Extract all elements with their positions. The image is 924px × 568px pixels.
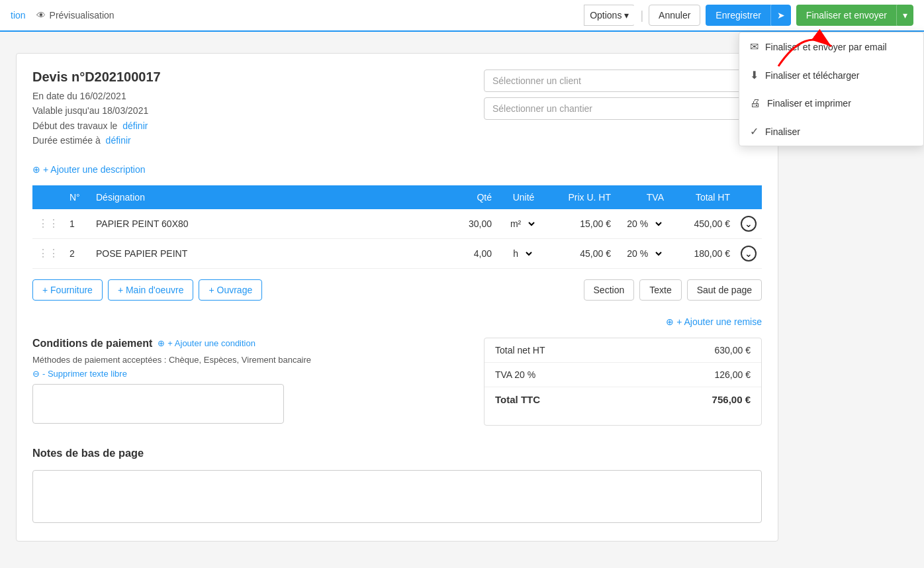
menu-item-download[interactable]: ⬇ Finaliser et télécharger <box>739 61 923 89</box>
document-duree: Durée estimée à définir <box>32 133 161 148</box>
document-card: Devis n°D202100017 En date du 16/02/2021… <box>16 53 778 542</box>
total-ttc-label: Total TTC <box>495 394 540 405</box>
row-num: 2 <box>64 238 91 268</box>
options-button[interactable]: Options ▾ <box>584 5 635 26</box>
topbar-actions: Options ▾ | Annuler Enregistrer ➤ Finali… <box>584 5 913 26</box>
arrow-icon: ➤ <box>777 10 785 21</box>
finaliser-dropdown-button[interactable]: ▾ <box>897 5 913 26</box>
drag-handle[interactable]: ⋮⋮ <box>32 209 64 239</box>
section-button[interactable]: Section <box>584 279 635 301</box>
chantier-select[interactable]: Sélectionner un chantier <box>484 97 762 120</box>
annuler-button[interactable]: Annuler <box>649 5 700 26</box>
conditions-title: Conditions de paiement ⊕ + Ajouter une c… <box>32 338 468 350</box>
fourniture-button[interactable]: + Fourniture <box>32 279 103 301</box>
row-action: ⌄ <box>735 238 762 268</box>
row-designation[interactable]: POSE PAPIER PEINT <box>91 238 444 268</box>
chantier-select-wrapper: Sélectionner un chantier <box>484 97 762 120</box>
total-net-ht-row: Total net HT 630,00 € <box>485 338 761 363</box>
options-group: Options ▾ <box>584 5 635 26</box>
row-prix[interactable]: 15,00 € <box>550 209 616 239</box>
chevron-down-icon: ⌄ <box>745 248 753 259</box>
bottom-section: Conditions de paiement ⊕ + Ajouter une c… <box>32 338 762 426</box>
plus-circle-icon: ⊕ <box>666 316 674 327</box>
drag-handle[interactable]: ⋮⋮ <box>32 238 64 268</box>
col-total: Total HT <box>669 185 735 209</box>
col-num: N° <box>64 185 91 209</box>
conditions-section: Conditions de paiement ⊕ + Ajouter une c… <box>32 338 468 426</box>
items-table: N° Désignation Qté Unité Prix U. HT TVA … <box>32 185 762 269</box>
menu-item-finalize[interactable]: ✓ Finaliser <box>739 117 923 146</box>
topbar: tion 👁 Prévisualisation Options ▾ | Annu… <box>0 0 924 32</box>
add-description-link[interactable]: ⊕ + Ajouter une description <box>32 164 762 175</box>
table-row: ⋮⋮ 1 PAPIER PEINT 60X80 30,00 m² ⇅ 15,00… <box>32 209 762 239</box>
client-select-wrapper: Sélectionner un client <box>484 70 762 92</box>
document-selectors: Sélectionner un client Sélectionner un c… <box>484 70 762 148</box>
table-body: ⋮⋮ 1 PAPIER PEINT 60X80 30,00 m² ⇅ 15,00… <box>32 209 762 269</box>
row-tva: 20 % ⇅ <box>616 209 669 239</box>
unite-select[interactable]: ⇅ <box>521 248 534 260</box>
saut-page-button[interactable]: Saut de page <box>687 279 762 301</box>
row-expand-button[interactable]: ⌄ <box>741 216 757 232</box>
row-total: 450,00 € <box>669 209 735 239</box>
plus-circle-icon: ⊕ <box>32 164 40 175</box>
row-designation[interactable]: PAPIER PEINT 60X80 <box>91 209 444 239</box>
row-qte[interactable]: 30,00 <box>444 209 497 239</box>
tva-row: TVA 20 % 126,00 € <box>485 363 761 387</box>
document-title: Devis n°D202100017 <box>32 70 161 85</box>
conditions-textarea[interactable] <box>32 384 284 424</box>
enregistrer-arrow-button[interactable]: ➤ <box>771 5 791 26</box>
enregistrer-button[interactable]: Enregistrer <box>706 5 770 26</box>
email-icon: ✉ <box>750 40 759 53</box>
payment-methods: Méthodes de paiement acceptées : Chèque,… <box>32 355 468 365</box>
client-select[interactable]: Sélectionner un client <box>484 70 762 92</box>
document-header: Devis n°D202100017 En date du 16/02/2021… <box>32 70 762 148</box>
duree-link[interactable]: définir <box>106 135 131 146</box>
col-prix: Prix U. HT <box>550 185 616 209</box>
chevron-down-icon: ▾ <box>624 10 629 21</box>
main-content: Devis n°D202100017 En date du 16/02/2021… <box>0 32 794 557</box>
table-row: ⋮⋮ 2 POSE PAPIER PEINT 4,00 h ⇅ 45,00 € … <box>32 238 762 268</box>
row-qte[interactable]: 4,00 <box>444 238 497 268</box>
topbar-left: tion 👁 Prévisualisation <box>11 10 115 21</box>
supprimer-texte-link[interactable]: ⊖ - Supprimer texte libre <box>32 369 468 379</box>
main-oeuvre-button[interactable]: + Main d'oeuvre <box>108 279 194 301</box>
print-icon: 🖨 <box>750 97 761 109</box>
chevron-down-icon: ⌄ <box>745 218 753 229</box>
menu-item-print[interactable]: 🖨 Finaliser et imprimer <box>739 89 923 117</box>
tva-select[interactable]: ⇅ <box>651 218 664 230</box>
row-prix[interactable]: 45,00 € <box>550 238 616 268</box>
check-icon: ✓ <box>750 125 759 138</box>
enregistrer-group: Enregistrer ➤ <box>706 5 790 26</box>
total-ttc-row: Total TTC 756,00 € <box>485 387 761 412</box>
col-designation: Désignation <box>91 185 444 209</box>
row-expand-button[interactable]: ⌄ <box>741 246 757 261</box>
section-buttons: Section Texte Saut de page <box>584 279 762 301</box>
preview-link[interactable]: 👁 Prévisualisation <box>36 10 115 21</box>
tva-select[interactable]: ⇅ <box>651 248 664 260</box>
add-condition-link[interactable]: ⊕ + Ajouter une condition <box>158 338 255 348</box>
footer-notes-title: Notes de bas de page <box>32 447 762 459</box>
add-remise-link[interactable]: ⊕ + Ajouter une remise <box>32 316 762 327</box>
tva-label: TVA 20 % <box>495 369 535 380</box>
texte-button[interactable]: Texte <box>639 279 681 301</box>
eye-icon: 👁 <box>36 10 46 21</box>
tva-value: 126,00 € <box>715 369 751 380</box>
document-date: En date du 16/02/2021 <box>32 89 161 103</box>
col-unite: Unité <box>497 185 550 209</box>
finaliser-button[interactable]: Finaliser et envoyer <box>796 5 897 26</box>
menu-item-email[interactable]: ✉ Finaliser et envoyer par email <box>739 32 923 61</box>
document-info: Devis n°D202100017 En date du 16/02/2021… <box>32 70 161 148</box>
unite-select[interactable]: ⇅ <box>524 218 537 230</box>
row-num: 1 <box>64 209 91 239</box>
ouvrage-button[interactable]: + Ouvrage <box>199 279 262 301</box>
row-unite: m² ⇅ <box>497 209 550 239</box>
debut-link[interactable]: définir <box>122 120 148 131</box>
total-ttc-value: 756,00 € <box>712 394 751 405</box>
col-drag <box>32 185 64 209</box>
footer-notes-textarea[interactable] <box>32 470 762 523</box>
chevron-down-icon: ▾ <box>903 10 907 21</box>
finaliser-group: Finaliser et envoyer ▾ <box>796 5 913 26</box>
nav-link[interactable]: tion <box>11 10 26 21</box>
row-unite: h ⇅ <box>497 238 550 268</box>
totals-box: Total net HT 630,00 € TVA 20 % 126,00 € … <box>484 338 762 426</box>
